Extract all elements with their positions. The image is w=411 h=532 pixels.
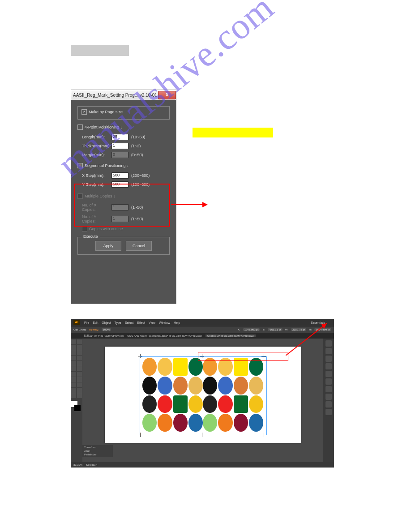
ycopies-label: No. of Y Copies: — [82, 215, 109, 223]
w-value[interactable]: 2159.73 pt — [291, 328, 306, 331]
margin-range: (0~50) — [131, 153, 143, 157]
panel-icon[interactable] — [325, 378, 332, 385]
cancel-button[interactable]: Cancel — [126, 241, 152, 251]
tool-icon[interactable] — [71, 372, 76, 377]
thickness-range: (1~2) — [131, 144, 141, 148]
ai-menus: File Edit Object Type Select Effect View… — [84, 321, 180, 324]
tool-icon[interactable] — [71, 388, 76, 393]
tool-icon[interactable] — [77, 339, 82, 344]
menu-help[interactable]: Help — [174, 321, 180, 324]
copies-outline-checkbox — [82, 226, 87, 232]
tool-icon[interactable] — [71, 339, 76, 344]
panel-icon[interactable] — [325, 371, 332, 377]
stroke-swatch[interactable] — [74, 405, 81, 411]
menu-view[interactable]: View — [149, 321, 155, 324]
dialog-title: AASII_Reg_Mark_Setting Prog... v2.10-01 — [73, 93, 157, 98]
xcopies-input: 1 — [111, 204, 128, 210]
status-zoom[interactable]: 33.33% — [73, 463, 82, 466]
four-point-checkbox[interactable] — [77, 124, 83, 130]
tool-icon[interactable] — [71, 382, 76, 387]
tool-icon[interactable] — [77, 361, 82, 366]
length-range: (10~50) — [131, 135, 145, 139]
tool-icon[interactable] — [77, 377, 82, 382]
close-button[interactable]: X — [158, 91, 176, 99]
tool-icon[interactable] — [71, 350, 76, 355]
menu-window[interactable]: Window — [159, 321, 170, 324]
tool-icon[interactable] — [77, 393, 82, 398]
h-label: H: — [309, 328, 312, 331]
workspace-selector[interactable]: Essentials — [311, 321, 325, 324]
menu-file[interactable]: File — [84, 321, 89, 324]
panel-icon[interactable] — [325, 401, 332, 408]
xstep-input[interactable]: 500 — [111, 172, 128, 179]
gray-placeholder-bar — [71, 45, 129, 56]
panel-icon[interactable] — [325, 356, 332, 362]
make-by-page-checkbox[interactable] — [81, 109, 87, 115]
apply-button[interactable]: Apply — [95, 241, 121, 251]
four-point-label: 4-Point Poisitioning ↓ — [85, 125, 122, 129]
tool-icon[interactable] — [77, 356, 82, 360]
ystep-input[interactable]: 500 — [111, 181, 128, 188]
tool-icon[interactable] — [71, 393, 76, 398]
thickness-input[interactable]: 1 — [111, 143, 128, 149]
panel-icon[interactable] — [325, 409, 332, 415]
segmental-checkbox[interactable] — [77, 163, 83, 168]
tool-icon[interactable] — [77, 382, 82, 387]
length-label: Length(mm): — [82, 135, 109, 139]
menu-effect[interactable]: Effect — [137, 321, 145, 324]
tab-2[interactable]: GCC AAS 4point_segmental.aiga* @ 33.33% … — [127, 335, 202, 337]
ai-menubar: Ai File Edit Object Type Select Effect V… — [71, 319, 334, 326]
y-value[interactable]: -565.11 pt — [268, 328, 283, 331]
panel-icon[interactable] — [325, 386, 332, 392]
tool-icon[interactable] — [71, 356, 76, 360]
tool-icon[interactable] — [77, 350, 82, 355]
ai-options-bar: Clip Group Opacity: 100% X: 1346.003 pt … — [71, 326, 334, 333]
menu-edit[interactable]: Edit — [93, 321, 98, 324]
tab-3-active[interactable]: Untitled-2* @ 33.33% (CMYK/Preview) — [206, 335, 256, 337]
opacity-label: Opacity: — [89, 328, 99, 331]
status-selection: Selection — [86, 463, 97, 466]
tool-icon[interactable] — [77, 372, 82, 377]
panel-icon[interactable] — [325, 348, 332, 354]
menu-object[interactable]: Object — [102, 321, 111, 324]
tool-icon[interactable] — [77, 388, 82, 393]
tool-icon[interactable] — [71, 366, 76, 371]
clip-group-label: Clip Group — [73, 328, 86, 331]
make-by-page-label: Make by Page size — [89, 110, 123, 114]
panel-icon[interactable] — [325, 363, 332, 369]
tool-icon[interactable] — [77, 366, 82, 371]
copies-outline-label: Copies with outline — [89, 227, 123, 231]
ai-right-panels — [323, 339, 334, 462]
panel-pathfinder[interactable]: Pathfinder — [84, 453, 111, 456]
tool-icon[interactable] — [71, 377, 76, 382]
panel-icon[interactable] — [325, 394, 332, 400]
ycopies-input: 1 — [111, 216, 128, 222]
ai-tabbar: 貼紙.ai* @ 74% (CMYK/Preview) GCC AAS 4poi… — [71, 333, 334, 339]
reg-mark-dialog: AASII_Reg_Mark_Setting Prog... v2.10-01 … — [71, 90, 176, 304]
xstep-label: X Step(mm): — [82, 173, 109, 178]
ystep-range: (200~600) — [131, 182, 150, 187]
w-label: W: — [285, 328, 288, 331]
ystep-label: Y Step(mm): — [82, 182, 109, 187]
tool-icon[interactable] — [71, 345, 76, 350]
opacity-value[interactable]: 100% — [102, 328, 111, 331]
panel-transform[interactable]: Transform — [84, 446, 111, 449]
ai-status-bar: 33.33% Selection — [71, 462, 334, 468]
xstep-range: (200~600) — [131, 173, 150, 178]
h-value[interactable]: 1054.494 pt — [314, 328, 331, 331]
illustrator-window: Ai File Edit Object Type Select Effect V… — [71, 319, 334, 467]
panel-align[interactable]: Align — [84, 450, 111, 452]
x-label: X: — [238, 328, 240, 331]
execute-legend: Execute — [81, 234, 100, 239]
tool-icon[interactable] — [77, 345, 82, 350]
length-input[interactable]: 25 — [111, 134, 128, 140]
menu-type[interactable]: Type — [115, 321, 121, 324]
ycopies-range: (1~50) — [131, 217, 143, 221]
panel-icon[interactable] — [325, 340, 332, 347]
x-value[interactable]: 1346.003 pt — [243, 328, 260, 331]
tool-icon[interactable] — [71, 361, 76, 366]
margin-input[interactable]: 0 — [111, 152, 128, 158]
tab-1[interactable]: 貼紙.ai* @ 74% (CMYK/Preview) — [84, 334, 124, 338]
xcopies-label: No. of X Copies: — [82, 203, 109, 212]
menu-select[interactable]: Select — [125, 321, 133, 324]
